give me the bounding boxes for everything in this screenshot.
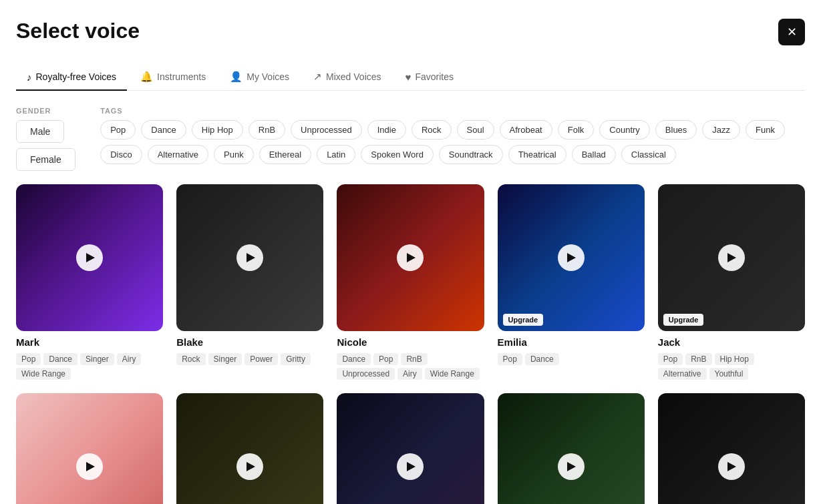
voice-tag-item: RnB — [685, 353, 711, 365]
voice-tag-item: Power — [244, 353, 278, 365]
voice-thumb-nicole — [337, 184, 484, 331]
play-button-alyssa[interactable] — [76, 453, 103, 480]
gender-filter: GENDER Male Female — [16, 107, 79, 171]
tag-btn-afrobeat[interactable]: Afrobeat — [500, 120, 552, 140]
voice-thumb-amina: Upgrade — [176, 393, 323, 504]
voice-tag-item: Pop — [373, 353, 398, 365]
bell-icon: 🔔 — [140, 71, 153, 83]
gender-buttons: Male Female — [16, 120, 79, 171]
voice-card-nicole: NicoleDancePopRnBUnprocessedAiryWide Ran… — [337, 184, 484, 380]
close-button[interactable]: ✕ — [778, 19, 805, 45]
tag-btn-rnb[interactable]: RnB — [249, 120, 285, 140]
voice-thumb-blake — [176, 184, 323, 331]
upgrade-badge-emilia[interactable]: Upgrade — [503, 314, 544, 326]
voice-tag-item: Dance — [525, 353, 559, 365]
voice-tags-emilia: PopDance — [498, 353, 645, 365]
tag-btn-latin[interactable]: Latin — [317, 145, 355, 164]
voice-tag-item: Airy — [117, 353, 142, 365]
voice-tags-nicole: DancePopRnBUnprocessedAiryWide Range — [337, 353, 484, 380]
gender-male-btn[interactable]: Male — [16, 120, 64, 143]
voice-thumb-emilia: Upgrade — [498, 184, 645, 331]
voice-name-nicole: Nicole — [337, 336, 484, 348]
tag-btn-folk[interactable]: Folk — [558, 120, 595, 140]
tag-btn-rock[interactable]: Rock — [412, 120, 452, 140]
tag-btn-jazz[interactable]: Jazz — [702, 120, 740, 140]
voice-tag-item: Singer — [80, 353, 114, 365]
voice-tag-item: Youthful — [709, 368, 749, 380]
tag-btn-ballad[interactable]: Ballad — [572, 145, 616, 164]
tag-btn-disco[interactable]: Disco — [100, 145, 142, 164]
voice-tag-item: Pop — [16, 353, 41, 365]
play-button-june[interactable] — [397, 453, 424, 480]
page-title: Select voice — [16, 19, 140, 43]
upgrade-badge-jack[interactable]: Upgrade — [663, 314, 704, 326]
play-button-amina[interactable] — [236, 453, 263, 480]
voice-thumb-june: Upgrade — [337, 393, 484, 504]
play-button-nicole[interactable] — [397, 244, 424, 271]
voice-card-alyssa: UpgradeAlyssaRnBHip HopPopUnprocessedAll… — [16, 393, 163, 504]
voice-card-mark: MarkPopDanceSingerAiryWide Range — [16, 184, 163, 380]
tag-btn-alternative[interactable]: Alternative — [148, 145, 208, 164]
tag-btn-funk[interactable]: Funk — [746, 120, 785, 140]
tag-btn-indie[interactable]: Indie — [367, 120, 406, 140]
tag-btn-punk[interactable]: Punk — [214, 145, 254, 164]
tags-buttons: PopDanceHip HopRnBUnprocessedIndieRockSo… — [100, 120, 805, 164]
tag-btn-soul[interactable]: Soul — [457, 120, 494, 140]
voice-name-jack: Jack — [658, 336, 805, 348]
music-icon: ♪ — [27, 71, 32, 83]
tag-btn-classical[interactable]: Classical — [621, 145, 676, 164]
play-button-mark[interactable] — [76, 244, 103, 271]
voice-tag-item: Gritty — [281, 353, 311, 365]
voice-tag-item: Airy — [397, 368, 422, 380]
tag-btn-hip-hop[interactable]: Hip Hop — [192, 120, 243, 140]
tags-label: TAGS — [100, 107, 805, 115]
shuffle-icon: ↗ — [313, 71, 322, 83]
voice-card-theodore: UpgradeTheodoreSoulDeepFunkOld SchoolWid… — [658, 393, 805, 504]
voice-tag-item: Alternative — [658, 368, 707, 380]
voice-tag-item: Dance — [43, 353, 77, 365]
heart-icon: ♥ — [405, 71, 412, 83]
voice-thumb-jack: Upgrade — [658, 184, 805, 331]
tag-btn-soundtrack[interactable]: Soundtrack — [439, 145, 503, 164]
person-icon: 👤 — [230, 71, 242, 83]
voice-name-emilia: Emilia — [498, 336, 645, 348]
voice-thumb-alyssa: Upgrade — [16, 393, 163, 504]
tab-my-voices[interactable]: 👤 My Voices — [219, 64, 300, 91]
voice-card-thomas: UpgradeThomasUnprocessedPopDanceRnBRockB… — [498, 393, 645, 504]
voice-tag-item: Singer — [208, 353, 242, 365]
tag-btn-theatrical[interactable]: Theatrical — [508, 145, 566, 164]
tag-btn-blues[interactable]: Blues — [655, 120, 697, 140]
voice-tag-item: Pop — [498, 353, 522, 365]
tag-btn-country[interactable]: Country — [599, 120, 650, 140]
tab-instruments[interactable]: 🔔 Instruments — [130, 64, 216, 91]
tab-favorites[interactable]: ♥ Favorites — [395, 64, 464, 91]
gender-label: GENDER — [16, 107, 79, 115]
play-button-theodore[interactable] — [718, 453, 745, 480]
play-button-blake[interactable] — [236, 244, 263, 271]
tab-royalty-free[interactable]: ♪ Royalty-free Voices — [16, 64, 127, 91]
play-button-thomas[interactable] — [558, 453, 585, 480]
play-button-emilia[interactable] — [558, 244, 585, 271]
tag-btn-ethereal[interactable]: Ethereal — [259, 145, 311, 164]
voice-tag-item: Pop — [658, 353, 683, 365]
tabs-nav: ♪ Royalty-free Voices 🔔 Instruments 👤 My… — [16, 64, 805, 91]
voice-card-emilia: UpgradeEmiliaPopDance — [498, 184, 645, 380]
voices-grid: MarkPopDanceSingerAiryWide RangeBlakeRoc… — [16, 184, 805, 504]
voice-card-amina: UpgradeAminaUnprocessedJazzIndieRnBHip H… — [176, 393, 323, 504]
voice-tags-blake: RockSingerPowerGritty — [176, 353, 323, 365]
voice-tags-jack: PopRnBHip HopAlternativeYouthful — [658, 353, 805, 380]
tag-btn-dance[interactable]: Dance — [141, 120, 186, 140]
gender-female-btn[interactable]: Female — [16, 148, 75, 171]
voice-card-june: UpgradeJuneSoulBluesJazzSingerOrganicWid… — [337, 393, 484, 504]
play-button-jack[interactable] — [718, 244, 745, 271]
tag-btn-spoken-word[interactable]: Spoken Word — [361, 145, 434, 164]
voice-tag-item: Dance — [337, 353, 371, 365]
tag-btn-pop[interactable]: Pop — [100, 120, 136, 140]
voice-name-blake: Blake — [176, 336, 323, 348]
voice-thumb-mark — [16, 184, 163, 331]
voice-tag-item: Hip Hop — [715, 353, 754, 365]
tags-filter: TAGS PopDanceHip HopRnBUnprocessedIndieR… — [100, 107, 805, 164]
tab-mixed-voices[interactable]: ↗ Mixed Voices — [303, 64, 391, 91]
tag-btn-unprocessed[interactable]: Unprocessed — [291, 120, 362, 140]
voice-name-mark: Mark — [16, 336, 163, 348]
